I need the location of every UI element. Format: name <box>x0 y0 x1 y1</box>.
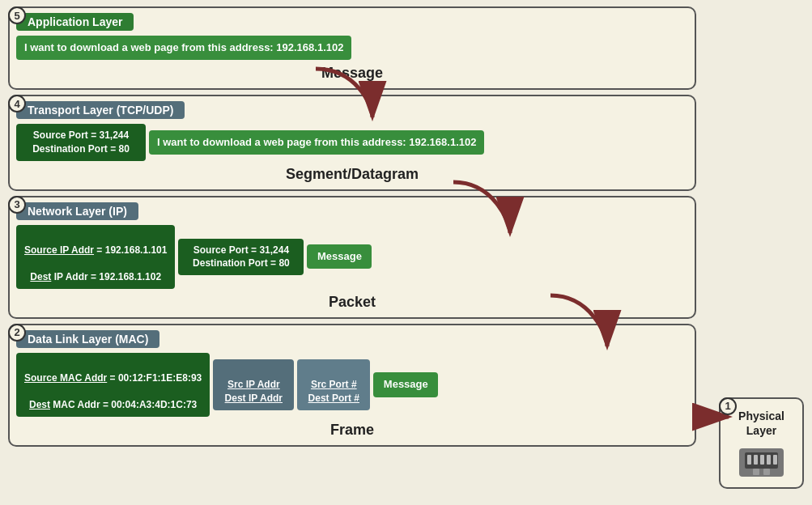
network-ip-cell: Source IP Addr = 192.168.1.101 Dest IP A… <box>16 225 175 289</box>
layer-num-3: 3 <box>8 196 26 214</box>
application-layer-label: Message <box>16 65 688 82</box>
application-layer-box: 5 Application Layer I want to download a… <box>8 6 696 90</box>
svg-rect-4 <box>747 455 751 465</box>
svg-rect-8 <box>773 455 777 465</box>
datalink-layer-label: Frame <box>16 422 688 439</box>
svg-rect-6 <box>760 455 764 465</box>
datalink-ip-cell: Src IP AddrDest IP Addr <box>213 359 294 410</box>
application-message-cell: I want to download a web page from this … <box>16 36 351 60</box>
datalink-port-cell: Src Port #Dest Port # <box>297 359 370 410</box>
transport-layer-box: 4 Transport Layer (TCP/UDP) Source Port … <box>8 95 696 191</box>
layer-num-2: 2 <box>8 324 26 342</box>
transport-port-cell: Source Port = 31,244 Destination Port = … <box>16 124 146 161</box>
network-message-cell: Message <box>307 244 372 269</box>
physical-layer-box: 1 PhysicalLayer <box>719 397 804 489</box>
ethernet-icon <box>735 444 788 481</box>
layer-num-1: 1 <box>719 397 737 415</box>
layer-num-5: 5 <box>8 6 26 24</box>
transport-layer-label: Segment/Datagram <box>16 166 688 183</box>
network-port-cell: Source Port = 31,244 Destination Port = … <box>178 239 304 276</box>
datalink-mac-cell: Source MAC Addr = 00:12:F1:1E:E8:93 Dest… <box>16 353 210 417</box>
network-layer-box: 3 Network Layer (IP) Source IP Addr = 19… <box>8 196 696 319</box>
datalink-message-cell: Message <box>373 372 438 397</box>
network-layer-header: Network Layer (IP) <box>16 202 138 220</box>
application-layer-header: Application Layer <box>16 13 134 31</box>
network-layer-label: Packet <box>16 294 688 311</box>
svg-rect-5 <box>754 455 758 465</box>
svg-rect-2 <box>753 469 759 475</box>
svg-rect-3 <box>763 469 770 475</box>
datalink-layer-header: Data Link Layer (MAC) <box>16 330 159 348</box>
svg-rect-7 <box>767 455 771 465</box>
transport-message-cell: I want to download a web page from this … <box>149 130 484 155</box>
datalink-layer-box: 2 Data Link Layer (MAC) Source MAC Addr … <box>8 324 696 447</box>
transport-layer-header: Transport Layer (TCP/UDP) <box>16 101 185 119</box>
physical-layer-label: PhysicalLayer <box>725 409 798 438</box>
